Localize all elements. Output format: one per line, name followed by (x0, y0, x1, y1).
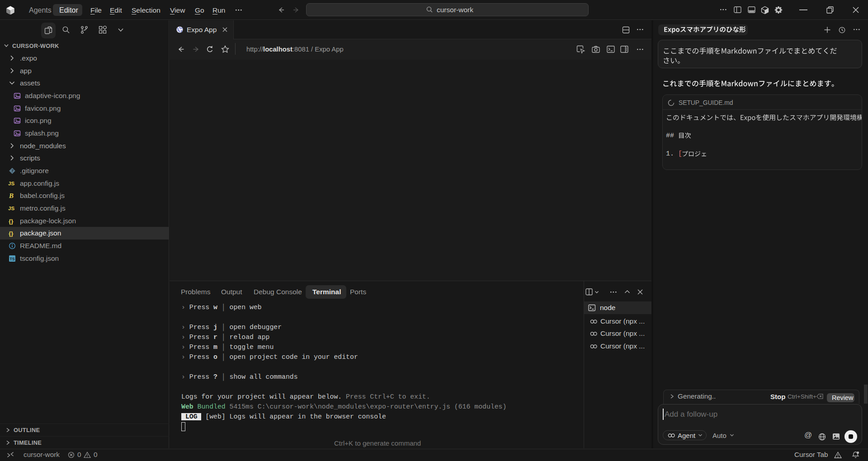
svg-text:TS: TS (10, 256, 15, 261)
